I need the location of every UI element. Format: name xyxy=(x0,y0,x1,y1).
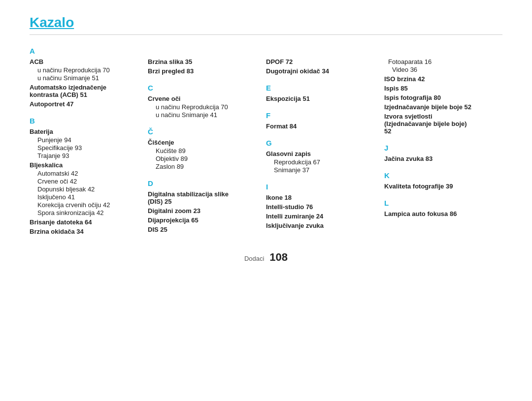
entry-dis: DIS 25 xyxy=(148,226,261,233)
entry-dijaprojekcija: Dijaprojekcija 65 xyxy=(148,216,261,224)
entry-iso: ISO brzina 42 xyxy=(384,75,498,83)
entry-spora: Spora sinkronizacija 42 xyxy=(30,209,143,216)
letter-B: B xyxy=(30,117,143,125)
entry-kuciste: Kućište 89 xyxy=(148,147,261,154)
entry-dopunski: Dopunski bljesak 42 xyxy=(30,185,143,193)
section-C: C Crvene oči u načinu Reprodukcija 70 u … xyxy=(148,84,261,119)
entry-iskljuceno: Isključeno 41 xyxy=(30,193,143,201)
entry-objektiv: Objektiv 89 xyxy=(148,155,261,162)
entry-brzi-pregled: Brzi pregled 83 xyxy=(148,67,261,75)
entry-lampica: Lampica auto fokusa 86 xyxy=(384,210,498,217)
entry-bljeskalica: Bljeskalica xyxy=(30,161,143,169)
letter-E: E xyxy=(266,84,379,92)
entry-ispis-foto: Ispis fotografija 80 xyxy=(384,94,498,101)
entry-glasovni-repro: Reprodukcija 67 xyxy=(266,158,379,166)
letter-I: I xyxy=(266,183,379,191)
section-I: I Ikone 18 Intelli-studio 76 Intelli zum… xyxy=(266,183,379,229)
section-A: A ACB u načinu Reprodukcija 70 u načinu … xyxy=(30,47,143,108)
entry-ispis: Ispis 85 xyxy=(384,85,498,92)
page-title: Kazalo xyxy=(30,15,502,31)
letter-C2: Č xyxy=(148,127,261,136)
entry-automatsko: Automatsko izjednačenjekontrasta (ACB) 5… xyxy=(30,84,143,98)
entry-specifikacije: Specifikacije 93 xyxy=(30,144,143,152)
entry-ekspozicija: Ekspozicija 51 xyxy=(266,95,379,102)
entry-crvene-snimanje: u načinu Snimanje 41 xyxy=(148,111,261,119)
footer-label: Dodaci xyxy=(244,255,264,262)
letter-J: J xyxy=(384,144,498,152)
entry-acb-snimanje: u načinu Snimanje 51 xyxy=(30,74,143,82)
entry-brzina-okidaca: Brzina okidača 34 xyxy=(30,228,143,235)
entry-brisanje: Brisanje datoteka 64 xyxy=(30,218,143,226)
entry-korekcija: Korekcija crvenih očiju 42 xyxy=(30,201,143,209)
entry-crvene-oci-flash: Crvene oči 42 xyxy=(30,178,143,185)
footer-page: 108 xyxy=(269,251,288,263)
entry-glasovni: Glasovni zapis xyxy=(266,150,379,157)
entry-brzina-slika: Brzina slika 35 xyxy=(148,58,261,65)
letter-K: K xyxy=(384,171,498,180)
section-DPOF: D DPOF 72 Dugotrajni okidač 34 xyxy=(266,47,379,75)
section-B: B Baterija Punjenje 94 Specifikacije 93 … xyxy=(30,117,143,235)
entry-fotoaparata: Fotoaparata 16 xyxy=(384,58,498,65)
section-C2: Č Čišćenje Kućište 89 Objektiv 89 Zaslon… xyxy=(148,127,261,170)
letter-L: L xyxy=(384,199,498,207)
entry-digitalna: Digitalna stabilizacija slike(DIS) 25 xyxy=(148,190,261,205)
entry-baterija: Baterija xyxy=(30,128,143,135)
entry-autoportret: Autoportret 47 xyxy=(30,100,143,108)
section-F: F Format 84 xyxy=(266,111,379,130)
column-2: B Brzina slika 35 Brzi pregled 83 C Crve… xyxy=(148,47,266,236)
entry-punjenje: Punjenje 94 xyxy=(30,136,143,144)
footer: Dodaci 108 xyxy=(30,251,502,264)
section-F2: F Fotoaparata 16 Video 36 ISO brzina 42 … xyxy=(384,47,498,135)
letter-D: D xyxy=(148,179,261,187)
entry-iskljucivanje: Isključivanje zvuka xyxy=(266,222,379,229)
section-D: D Digitalna stabilizacija slike(DIS) 25 … xyxy=(148,179,261,233)
entry-izvora: Izvora svjetlosti(Izjednačavanje bijele … xyxy=(384,113,498,135)
entry-format: Format 84 xyxy=(266,123,379,130)
letter-C: C xyxy=(148,84,261,92)
entry-acb-repro: u načinu Reprodukcija 70 xyxy=(30,66,143,74)
entry-intelli-zum: Intelli zumiranje 24 xyxy=(266,213,379,220)
entry-trajanje: Trajanje 93 xyxy=(30,152,143,159)
entry-zaslon: Zaslon 89 xyxy=(148,163,261,170)
letter-G: G xyxy=(266,139,379,147)
column-1: A ACB u načinu Reprodukcija 70 u načinu … xyxy=(30,47,148,236)
section-G: G Glasovni zapis Reprodukcija 67 Snimanj… xyxy=(266,139,379,174)
entry-dugotrajni: Dugotrajni okidač 34 xyxy=(266,67,379,75)
entry-izjednacavanje: Izjednačavanje bijele boje 52 xyxy=(384,103,498,111)
entry-digitalni-zoom: Digitalni zoom 23 xyxy=(148,207,261,215)
entry-glasovni-snimanje: Snimanje 37 xyxy=(266,166,379,174)
title-divider xyxy=(30,34,502,35)
section-B2: B Brzina slika 35 Brzi pregled 83 xyxy=(148,47,261,75)
letter-A: A xyxy=(30,47,143,55)
index-columns: A ACB u načinu Reprodukcija 70 u načinu … xyxy=(30,47,502,236)
entry-ikone: Ikone 18 xyxy=(266,194,379,201)
entry-video: Video 36 xyxy=(384,66,498,73)
entry-intelli-studio: Intelli-studio 76 xyxy=(266,203,379,211)
entry-acb: ACB xyxy=(30,58,143,65)
letter-F: F xyxy=(266,111,379,120)
section-L: L Lampica auto fokusa 86 xyxy=(384,199,498,217)
section-K: K Kvaliteta fotografije 39 xyxy=(384,171,498,190)
entry-crvene-repro: u načinu Reprodukcija 70 xyxy=(148,103,261,111)
entry-jacina: Jačina zvuka 83 xyxy=(384,155,498,162)
entry-ciscenje: Čišćenje xyxy=(148,139,261,146)
entry-kvaliteta: Kvaliteta fotografije 39 xyxy=(384,183,498,190)
section-E: E Ekspozicija 51 xyxy=(266,84,379,102)
section-J: J Jačina zvuka 83 xyxy=(384,144,498,162)
entry-automatski: Automatski 42 xyxy=(30,170,143,177)
column-4: F Fotoaparata 16 Video 36 ISO brzina 42 … xyxy=(384,47,502,236)
entry-crvene-oci: Crvene oči xyxy=(148,95,261,102)
column-3: D DPOF 72 Dugotrajni okidač 34 E Ekspozi… xyxy=(266,47,384,236)
entry-dpof: DPOF 72 xyxy=(266,58,379,65)
